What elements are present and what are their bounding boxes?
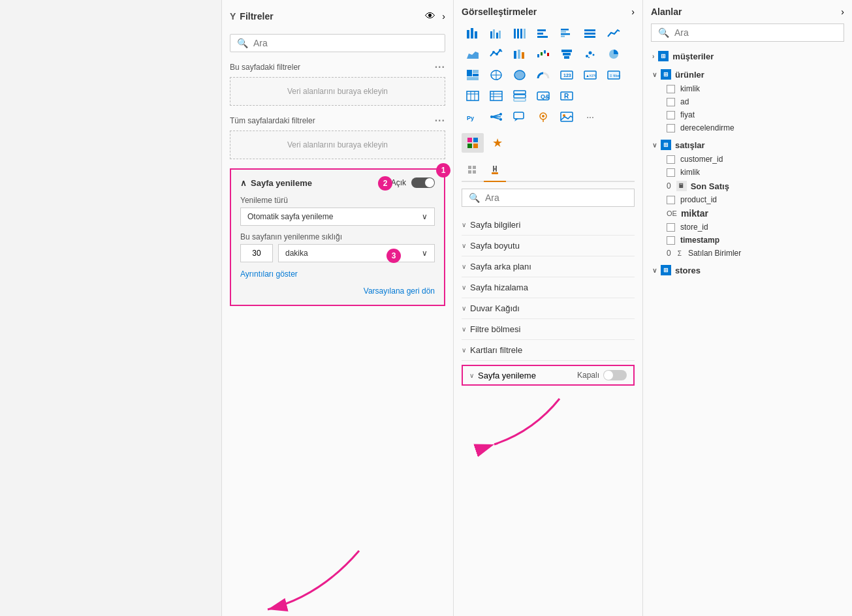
viz-icon-line2[interactable] xyxy=(485,44,507,64)
viz-icon-100-bar[interactable] xyxy=(509,23,531,43)
fields-chevron-right-icon[interactable]: › xyxy=(841,7,844,17)
viz-icon-matrix[interactable] xyxy=(485,86,507,106)
details-link[interactable]: Ayrıntıları göster xyxy=(240,270,298,279)
field-fiyat-urunler[interactable]: fiyat xyxy=(651,108,844,121)
viz-icon-line[interactable] xyxy=(603,23,625,43)
sayfa-bilgileri-header[interactable]: ∨ Sayfa bilgileri xyxy=(462,220,635,230)
viz-apps-icon[interactable] xyxy=(462,133,484,153)
viz-search-box[interactable]: 🔍 xyxy=(462,189,635,207)
eye-icon[interactable]: 👁 xyxy=(425,10,435,22)
field-customer-id[interactable]: customer_id xyxy=(651,153,844,166)
viz-chevron-right-icon[interactable]: › xyxy=(631,7,635,17)
sayfa-boyutu-header[interactable]: ∨ Sayfa boyutu xyxy=(462,241,635,251)
page-refresh-card: ∧ Sayfa yenileme Açık Yenileme türü Otom… xyxy=(230,168,445,306)
filtre-bolmesi-header[interactable]: ∨ Filtre bölmesi xyxy=(462,324,635,334)
viz-icon-pie[interactable] xyxy=(603,44,625,64)
viz-icon-more[interactable]: ··· xyxy=(579,107,601,127)
viz-icon-image[interactable] xyxy=(556,107,578,127)
field-kimlik-urunler[interactable]: kimlik xyxy=(651,82,844,95)
fields-search-box[interactable]: 🔍 xyxy=(651,23,844,42)
all-pages-dots-menu[interactable]: ··· xyxy=(435,115,445,127)
section-sayfa-hizalama: ∨ Sayfa hizalama xyxy=(462,277,635,298)
field-satilan-birimler[interactable]: 0 Σ Satılan Birimler xyxy=(651,247,844,260)
viz-icon-scatter[interactable] xyxy=(579,44,601,64)
viz-icon-python[interactable]: Py xyxy=(462,107,484,127)
refresh-toggle-area[interactable]: Açık xyxy=(391,177,435,188)
fields-header: Alanlar › xyxy=(651,7,844,17)
chevron-right-icon[interactable]: › xyxy=(442,11,445,22)
field-timestamp[interactable]: timestamp xyxy=(651,234,844,247)
viz-icon-azure-map[interactable] xyxy=(532,107,554,127)
tab-olustur[interactable] xyxy=(462,162,484,182)
field-ad-urunler[interactable]: ad xyxy=(651,95,844,108)
viz-bookmark-icon[interactable]: ★ xyxy=(486,133,509,153)
reset-link[interactable]: Varsayılana geri dön xyxy=(240,286,435,296)
field-derecelendirme-urunler[interactable]: derecelendirme xyxy=(651,121,844,134)
checkbox-derecelendirme-urunler[interactable] xyxy=(667,124,675,132)
this-page-dots-menu[interactable]: ··· xyxy=(435,61,445,73)
viz-icon-table[interactable] xyxy=(462,86,484,106)
table-header-stores[interactable]: ∨ ⊞ stores xyxy=(651,262,844,278)
viz-icon-filled-map[interactable] xyxy=(509,65,531,85)
table-icon-stores: ⊞ xyxy=(661,265,671,275)
viz-icon-area[interactable] xyxy=(462,44,484,64)
viz-icon-qna[interactable]: Q&A xyxy=(532,86,554,106)
fields-search-input[interactable] xyxy=(674,27,837,38)
checkbox-timestamp[interactable] xyxy=(667,236,675,245)
field-kimlik-satis[interactable]: kimlik xyxy=(651,166,844,179)
viz-icon-grouped-bar[interactable] xyxy=(485,23,507,43)
tab-bicimlendirme[interactable] xyxy=(484,162,506,182)
this-page-drop-area[interactable]: Veri alanlarını buraya ekleyin xyxy=(230,77,445,106)
checkbox-kimlik-satis[interactable] xyxy=(667,168,675,177)
viz-icon-horiz-bar[interactable] xyxy=(532,23,554,43)
viz-icon-slicer[interactable]: ≡ filter xyxy=(603,65,625,85)
refresh-toggle[interactable] xyxy=(411,177,435,188)
sayfa-yenileme-row[interactable]: ∨ Sayfa yenileme Kapalı xyxy=(469,370,627,380)
table-icon-satislar: ⊞ xyxy=(661,140,671,150)
field-product-id[interactable]: product_id xyxy=(651,193,844,206)
checkbox-kimlik-urunler[interactable] xyxy=(667,85,675,93)
viz-search-input[interactable] xyxy=(485,192,627,203)
refresh-type-dropdown[interactable]: Otomatik sayfa yenileme ∨ xyxy=(240,208,435,226)
checkbox-customer-id[interactable] xyxy=(667,155,675,164)
viz-icon-treemap[interactable] xyxy=(462,65,484,85)
viz-icon-horiz-100[interactable] xyxy=(579,23,601,43)
svg-rect-18 xyxy=(561,36,565,38)
field-son-satis[interactable]: 0 🖩 Son Satış xyxy=(651,179,844,193)
freq-unit-dropdown[interactable]: dakika ∨ xyxy=(278,244,435,262)
filters-search-input[interactable] xyxy=(253,38,438,48)
viz-icon-ribbon[interactable] xyxy=(509,44,531,64)
viz-icon-stacked-bar[interactable] xyxy=(462,23,484,43)
viz-icon-waterfall[interactable] xyxy=(532,44,554,64)
all-pages-drop-area[interactable]: Veri alanlarını buraya ekleyin xyxy=(230,131,445,159)
viz-icon-chat[interactable] xyxy=(509,107,531,127)
viz-toggle-off[interactable] xyxy=(603,370,627,380)
viz-icon-multirow-card[interactable] xyxy=(509,86,531,106)
table-header-musteriler[interactable]: › ⊞ müşteriler xyxy=(651,48,844,64)
checkbox-ad-urunler[interactable] xyxy=(667,98,675,106)
viz-icon-decomp-tree[interactable] xyxy=(485,107,507,127)
viz-icon-kpi[interactable]: ▲KPI xyxy=(579,65,601,85)
duvar-kagidi-header[interactable]: ∨ Duvar Kağıdı xyxy=(462,303,635,313)
viz-icon-gauge[interactable] xyxy=(532,65,554,85)
checkbox-fiyat-urunler[interactable] xyxy=(667,111,675,119)
checkbox-store-id[interactable] xyxy=(667,223,675,232)
sayfa-hizalama-header[interactable]: ∨ Sayfa hizalama xyxy=(462,283,635,292)
checkbox-product-id[interactable] xyxy=(667,196,675,204)
svg-rect-9 xyxy=(517,29,519,38)
field-store-id[interactable]: store_id xyxy=(651,221,844,234)
viz-icon-card[interactable]: 123 xyxy=(556,65,578,85)
chevron-up-icon[interactable]: ∧ xyxy=(240,178,247,188)
table-header-satislar[interactable]: ∨ ⊞ satışlar xyxy=(651,137,844,153)
viz-icon-horiz-grouped[interactable] xyxy=(556,23,578,43)
kartlari-filtrele-header[interactable]: ∨ Kartları filtrele xyxy=(462,345,635,355)
viz-icon-funnel[interactable] xyxy=(556,44,578,64)
table-header-urunler[interactable]: ∨ ⊞ ürünler xyxy=(651,67,844,82)
filters-search-box[interactable]: 🔍 xyxy=(230,34,445,52)
viz-icon-map[interactable] xyxy=(485,65,507,85)
field-miktar[interactable]: OE miktar xyxy=(651,206,844,221)
svg-point-36 xyxy=(586,55,588,57)
freq-number-input[interactable] xyxy=(240,244,273,262)
viz-icon-r[interactable]: R xyxy=(556,86,578,106)
sayfa-arka-header[interactable]: ∨ Sayfa arka planı xyxy=(462,262,635,271)
